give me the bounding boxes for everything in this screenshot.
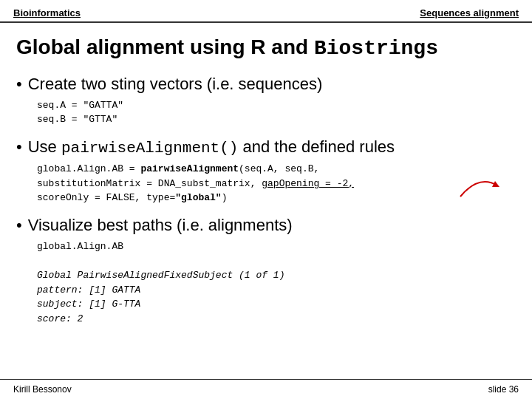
code-line-3d: pattern: [1] GATTA [37,283,516,298]
code-line-3a: global.Align.AB [37,239,516,254]
code-line-2a: global.Align.AB = pairwiseAlignment(seq.… [37,162,516,177]
code-highlight-2: pairwiseAlignment [140,163,239,174]
footer-author: Kirill Bessonov [13,384,72,395]
bullet-text-1: Create two sting vectors (i.e. sequences… [28,75,323,94]
footer-slide: slide 36 [488,384,519,395]
header: Bioinformatics Sequences alignment [0,0,532,23]
code-line-3f: score: 2 [37,312,516,327]
footer: Kirill Bessonov slide 36 [0,379,532,399]
code-line-3e: subject: [1] G-TTA [37,297,516,312]
bullet-dot-1: • [16,75,22,94]
code-block-3: global.Align.AB Global PairwiseAlignedFi… [37,239,516,326]
code-line-1b: seq.B = "GTTA" [37,112,516,127]
inline-code-2: pairwiseAlignment() [61,140,238,157]
code-line-1a: seq.A = "GATTA" [37,98,516,113]
bullet-heading-2: • Use pairwiseAlignment() and the define… [16,137,516,157]
code-line-2c: scoreOnly = FALSE, type="global") [37,191,516,205]
main-title: Global alignment using R and Biostrings [16,35,516,61]
title-mono: Biostrings [314,37,438,60]
slide: Bioinformatics Sequences alignment Globa… [0,0,532,399]
code-line-3c: Global PairwiseAlignedFixedSubject (1 of… [37,268,516,283]
bullet-heading-3: • Visualize best paths (i.e. alignments) [16,216,516,235]
bullet-section-3: • Visualize best paths (i.e. alignments)… [16,216,516,326]
code-line-3b [37,254,516,269]
bullet-dot-2: • [16,137,22,157]
bullet-dot-3: • [16,216,22,235]
code-block-2: global.Align.AB = pairwiseAlignment(seq.… [37,162,516,205]
bullet-section-1: • Create two sting vectors (i.e. sequenc… [16,75,516,127]
bullet-section-2: • Use pairwiseAlignment() and the define… [16,137,516,205]
bullet-text-2: Use pairwiseAlignment() and the defined … [28,137,395,157]
header-right: Sequences alignment [420,7,519,18]
bullet-text-3: Visualize best paths (i.e. alignments) [28,216,293,235]
bullet-heading-1: • Create two sting vectors (i.e. sequenc… [16,75,516,94]
header-left: Bioinformatics [13,7,81,18]
code-block-1: seq.A = "GATTA" seq.B = "GTTA" [37,98,516,127]
content: Global alignment using R and Biostrings … [0,23,532,344]
code-line-2b: substitutionMatrix = DNA_subst_matrix, g… [37,177,516,191]
